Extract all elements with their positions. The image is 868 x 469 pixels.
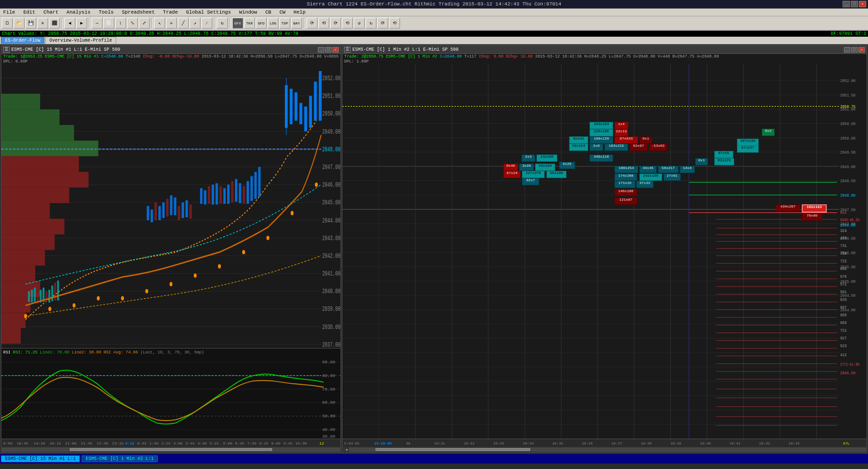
of-cell-70x80: 70x80 — [802, 213, 822, 221]
tb-zoom5[interactable]: ⤢ — [139, 18, 150, 29]
svg-rect-59 — [223, 188, 225, 203]
tb-close[interactable]: ✕ — [37, 18, 48, 29]
menu-spreadsheet[interactable]: Spreadsheet — [121, 9, 156, 15]
tb-draw3[interactable]: ⟋ — [201, 18, 212, 29]
svg-text:18:45: 18:45 — [17, 441, 29, 445]
menu-window[interactable]: Window — [238, 9, 258, 15]
right-scrollbar-thumb[interactable] — [375, 448, 530, 451]
right-scrollbar-track[interactable] — [349, 448, 866, 451]
right-scrollbar[interactable]: ◀ — [342, 447, 867, 452]
bottom-tab-15min[interactable]: ESM5-CME [C] 15 Min #1 L:1 — [1, 455, 80, 462]
maximize-button[interactable]: □ — [851, 1, 858, 7]
right-chart-menu-btn[interactable]: ☰ — [344, 47, 351, 53]
tb-r2[interactable]: ⟲ — [318, 18, 329, 29]
menu-global-settings[interactable]: Global Settings — [185, 9, 232, 15]
tb-draw1[interactable]: ╱ — [178, 18, 189, 29]
tb-next[interactable]: ▶ — [76, 18, 87, 29]
tb-mode4[interactable]: LOG — [268, 18, 278, 29]
tb-mode6[interactable]: BAY — [291, 18, 302, 29]
tb-zoom1[interactable]: ↔ — [92, 18, 102, 29]
tb-r5[interactable]: ↺ — [354, 18, 365, 29]
svg-text:2048.50: 2048.50 — [840, 179, 856, 184]
left-chart-maximize[interactable]: □ — [325, 47, 332, 53]
left-chart-title-bar: ☰ ESM5-CME [C] 15 Min #1 L:1 E-Mini SP 5… — [1, 46, 341, 54]
left-chart-menu-btn[interactable]: ☰ — [3, 47, 10, 53]
svg-rect-49 — [178, 206, 180, 220]
tb-refresh[interactable]: ↻ — [217, 18, 228, 29]
of-cell-102x163: 102x163 — [802, 204, 827, 213]
tb-open[interactable]: 📂 — [14, 18, 24, 29]
svg-rect-77 — [51, 285, 53, 301]
tb-mode2[interactable]: TKR — [244, 18, 255, 29]
left-scrollbar-track[interactable] — [2, 448, 340, 451]
menu-file[interactable]: File — [2, 9, 16, 15]
right-chart-minimize[interactable]: _ — [844, 47, 850, 53]
tb-zoom2[interactable]: ⬜ — [103, 18, 114, 29]
scroll-left-arrow[interactable]: ◀ — [343, 447, 349, 452]
tb-mode1[interactable]: GFX — [232, 18, 243, 29]
right-chart-close[interactable]: ✕ — [858, 47, 865, 53]
svg-text:412: 412 — [840, 353, 847, 358]
svg-text:10:38: 10:38 — [641, 441, 652, 445]
tb-mode3[interactable]: GFD — [256, 18, 267, 29]
tb-crosshair[interactable]: ✛ — [166, 18, 177, 29]
tb-cursor[interactable]: ↖ — [154, 18, 165, 29]
tb-prev[interactable]: ◀ — [64, 18, 75, 29]
tab-overview-volume[interactable]: Overview-Volume-Profile — [45, 37, 116, 44]
svg-text:2048.00: 2048.00 — [840, 193, 856, 198]
left-scrollbar[interactable] — [1, 447, 341, 452]
tb-5[interactable]: ⬛ — [49, 18, 60, 29]
svg-rect-69 — [28, 291, 30, 302]
left-chart-main[interactable]: 2052.00 2051.00 2050.00 2049.00 2048.00 … — [1, 64, 341, 348]
svg-text:20:15: 20:15 — [49, 441, 61, 445]
svg-rect-44 — [158, 206, 161, 220]
svg-text:2045.00: 2045.00 — [322, 199, 340, 207]
svg-rect-18 — [1, 125, 74, 140]
tb-new[interactable]: 🗋 — [2, 18, 13, 29]
menu-cw[interactable]: CW — [278, 9, 287, 15]
menu-trade[interactable]: Trade — [161, 9, 179, 15]
left-chart-minimize[interactable]: _ — [318, 47, 324, 53]
svg-text:572: 572 — [840, 282, 847, 287]
close-button[interactable]: ✕ — [859, 1, 866, 7]
of-cell--53x63: -53x63 — [649, 144, 667, 151]
tb-r8[interactable]: ⟲ — [389, 18, 400, 29]
right-chng: Chng: 0.00 DChg= 16.00 — [479, 54, 533, 59]
tb-draw2[interactable]: ↗ — [190, 18, 200, 29]
left-chng: Chng: -0.00 DChg=-16.00 — [143, 54, 199, 59]
tb-save[interactable]: 💾 — [25, 18, 36, 29]
bottom-tab-1min[interactable]: ESM5-CME [C] 1 Min #2 L:1 — [82, 455, 158, 462]
tb-r3[interactable]: ⟳ — [330, 18, 341, 29]
left-t-value: T=2348 — [126, 54, 143, 59]
right-chart: ☰ ESM5-CME [C] 1 Min #2 L:1 E-Mini SP 50… — [342, 45, 867, 453]
tb-zoom4[interactable]: ⤡ — [127, 18, 138, 29]
tab-es-order-flow[interactable]: ES-Order-Flow — [1, 37, 44, 44]
tb-mode5[interactable]: TOP — [279, 18, 290, 29]
svg-text:3:00: 3:00 — [173, 441, 182, 445]
svg-rect-41 — [147, 206, 149, 220]
right-time-axis: 5:03-02 10:29:00 30 10:31 10:32 10:33 10… — [342, 439, 867, 447]
right-chart-maximize[interactable]: □ — [851, 47, 858, 53]
menu-chart[interactable]: Chart — [42, 9, 60, 15]
tb-zoom3[interactable]: ↕ — [115, 18, 126, 29]
menu-edit[interactable]: Edit — [22, 9, 36, 15]
menu-help[interactable]: Help — [292, 9, 307, 15]
left-chart-close[interactable]: ✕ — [332, 47, 339, 53]
svg-text:30.00: 30.00 — [322, 434, 335, 439]
of-cell-62x123: 62x123 — [714, 158, 734, 165]
svg-text:9:45: 9:45 — [283, 441, 293, 445]
left-ohlcv: 2015-03-12 10:42:36 H=2050.50 L=2047.75 … — [202, 54, 341, 59]
menu-analysis[interactable]: Analysis — [65, 9, 92, 15]
tb-r6[interactable]: ↻ — [366, 18, 376, 29]
minimize-button[interactable]: _ — [843, 1, 850, 7]
menu-cb[interactable]: CB — [264, 9, 273, 15]
svg-text:5645-46.2%: 5645-46.2% — [840, 218, 859, 222]
left-scrollbar-thumb[interactable] — [70, 448, 272, 451]
tb-r4[interactable]: ⟲ — [342, 18, 353, 29]
svg-text:676: 676 — [840, 274, 847, 279]
tb-r7[interactable]: ⟳ — [377, 18, 388, 29]
menu-tools[interactable]: Tools — [98, 9, 115, 15]
right-chart-main[interactable]: 2052.00 2051.50 2051.00 2050.50 2050.00 … — [342, 64, 867, 439]
of-cell-127x376: 127x376 — [522, 171, 545, 178]
tb-reload[interactable]: ⟳ — [307, 18, 317, 29]
